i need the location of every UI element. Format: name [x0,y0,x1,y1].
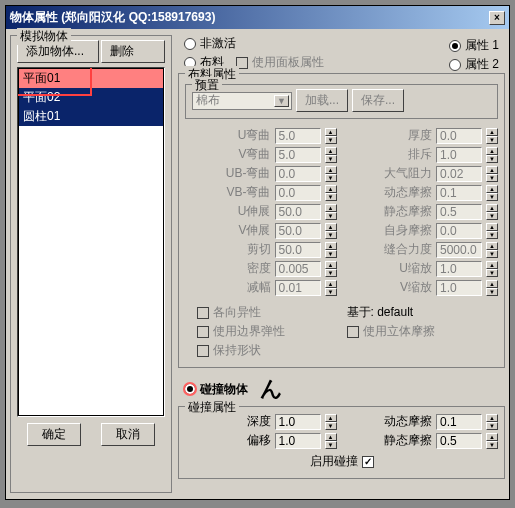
spin-down[interactable]: ▼ [325,250,337,258]
spin-up[interactable]: ▲ [325,280,337,288]
spin-up[interactable]: ▲ [486,433,498,441]
cloth-param-input[interactable] [436,261,482,277]
remove-object-button[interactable]: 删除 [101,40,165,63]
spin-down[interactable]: ▼ [325,174,337,182]
spin-up[interactable]: ▲ [325,185,337,193]
cloth-param-input[interactable] [436,185,482,201]
spin-down[interactable]: ▼ [325,212,337,220]
cloth-param-input[interactable] [436,280,482,296]
spin-down[interactable]: ▼ [486,250,498,258]
aniso-checkbox [197,307,209,319]
spin-down[interactable]: ▼ [486,231,498,239]
annotation-scribble: ん [260,374,283,404]
dyn-friction-input[interactable] [436,414,482,430]
spin-up[interactable]: ▲ [486,261,498,269]
collision-props-group: 碰撞属性 深度▲▼ 偏移▲▼ 动态摩擦▲▼ 静态摩擦▲▼ 启用碰撞✓ [178,406,505,479]
list-item[interactable]: 平面01 [19,69,163,88]
radio-inactive[interactable] [184,38,196,50]
spin-up[interactable]: ▲ [325,204,337,212]
spin-down[interactable]: ▼ [486,212,498,220]
cloth-param-input[interactable] [275,261,321,277]
property-radio-group: 属性 1 属性 2 [449,35,499,75]
save-preset-button[interactable]: 保存... [352,89,404,112]
spin-down[interactable]: ▼ [325,422,337,430]
spin-down[interactable]: ▼ [486,136,498,144]
spin-down[interactable]: ▼ [486,441,498,449]
list-item[interactable]: 圆柱01 [19,107,163,126]
spin-down[interactable]: ▼ [486,155,498,163]
spin-up[interactable]: ▲ [325,261,337,269]
cloth-param-input[interactable] [436,128,482,144]
cloth-param-input[interactable] [436,204,482,220]
spin-up[interactable]: ▲ [486,166,498,174]
spin-up[interactable]: ▲ [325,242,337,250]
spin-up[interactable]: ▲ [486,280,498,288]
solid-friction-checkbox [347,326,359,338]
cancel-button[interactable]: 取消 [101,423,155,446]
spin-down[interactable]: ▼ [325,441,337,449]
preset-group: 预置 棉布 加载... 保存... [185,84,498,119]
spin-up[interactable]: ▲ [325,147,337,155]
cloth-param-input[interactable] [275,128,321,144]
depth-input[interactable] [275,414,321,430]
list-item[interactable]: 平面02 [19,88,163,107]
radio-prop2[interactable] [449,59,461,71]
radio-prop1[interactable] [449,40,461,52]
spin-up[interactable]: ▲ [486,223,498,231]
sim-objects-group: 模拟物体 添加物体... 删除 平面01 平面02 圆柱01 ˋ 确定 [10,35,172,493]
spin-down[interactable]: ▼ [486,422,498,430]
cloth-props-group: 布料属性 预置 棉布 加载... 保存... U弯曲▲▼V弯曲▲▼UB-弯曲▲▼… [178,73,505,368]
cloth-param-input[interactable] [275,223,321,239]
spin-up[interactable]: ▲ [325,166,337,174]
spin-up[interactable]: ▲ [325,128,337,136]
spin-down[interactable]: ▼ [325,288,337,296]
spin-down[interactable]: ▼ [325,231,337,239]
ok-button[interactable]: 确定 [27,423,81,446]
cloth-param-input[interactable] [436,223,482,239]
close-button[interactable]: × [489,11,505,25]
spin-up[interactable]: ▲ [325,433,337,441]
cloth-param-input[interactable] [275,204,321,220]
spin-down[interactable]: ▼ [325,269,337,277]
preset-select[interactable]: 棉布 [192,92,292,110]
spin-down[interactable]: ▼ [486,174,498,182]
title-text: 物体属性 (郑向阳汉化 QQ:158917693) [10,9,215,26]
stat-friction-input[interactable] [436,433,482,449]
enable-collision-checkbox[interactable]: ✓ [362,456,374,468]
cloth-param-input[interactable] [275,242,321,258]
cloth-param-input[interactable] [436,166,482,182]
cloth-param-input[interactable] [275,166,321,182]
spin-up[interactable]: ▲ [486,204,498,212]
cloth-param-input[interactable] [275,185,321,201]
spin-down[interactable]: ▼ [325,136,337,144]
spin-up[interactable]: ▲ [325,414,337,422]
spin-up[interactable]: ▲ [486,242,498,250]
spin-up[interactable]: ▲ [486,147,498,155]
cloth-param-input[interactable] [275,147,321,163]
titlebar: 物体属性 (郑向阳汉化 QQ:158917693) × [6,6,509,29]
keep-shape-checkbox [197,345,209,357]
spin-up[interactable]: ▲ [486,128,498,136]
spin-down[interactable]: ▼ [486,193,498,201]
spin-up[interactable]: ▲ [486,185,498,193]
objects-listbox[interactable]: 平面01 平面02 圆柱01 ˋ [17,67,165,417]
cloth-param-input[interactable] [275,280,321,296]
cloth-param-input[interactable] [436,147,482,163]
dialog-window: 物体属性 (郑向阳汉化 QQ:158917693) × 属性 1 属性 2 模拟… [5,5,510,500]
spin-up[interactable]: ▲ [325,223,337,231]
edge-spring-checkbox [197,326,209,338]
spin-up[interactable]: ▲ [486,414,498,422]
spin-down[interactable]: ▼ [325,193,337,201]
spin-down[interactable]: ▼ [325,155,337,163]
load-preset-button[interactable]: 加载... [296,89,348,112]
offset-input[interactable] [275,433,321,449]
spin-down[interactable]: ▼ [486,288,498,296]
based-on-label: 基于: default [347,305,414,319]
spin-down[interactable]: ▼ [486,269,498,277]
radio-collision[interactable] [184,383,196,395]
cloth-param-input[interactable] [436,242,482,258]
